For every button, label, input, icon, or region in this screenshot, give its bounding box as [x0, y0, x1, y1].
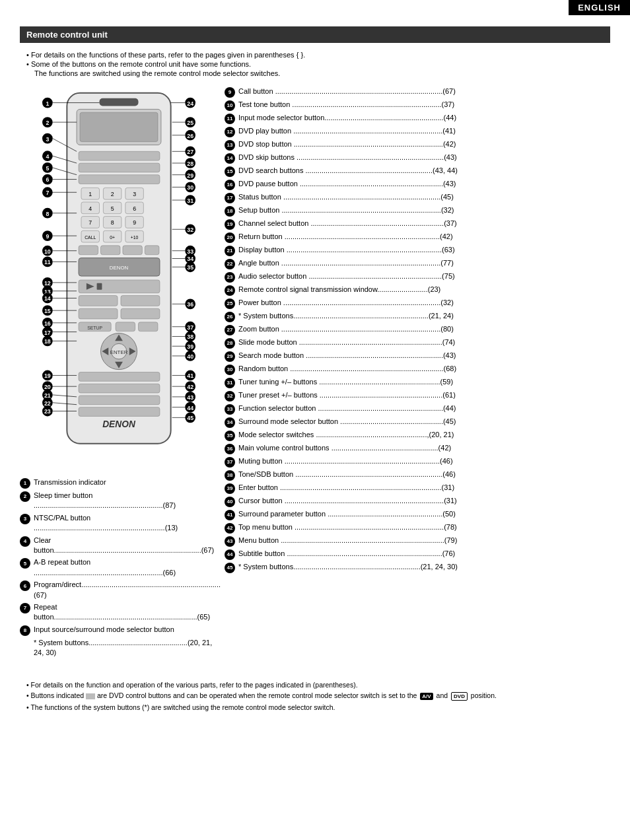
button-label: DVD stop button ........................…: [238, 139, 610, 149]
button-label: Audio selector button ..................…: [238, 271, 610, 281]
svg-text:9: 9: [133, 219, 136, 226]
button-number: 32: [225, 391, 235, 402]
language-tab: ENGLISH: [569, 0, 630, 15]
left-column: 1 24 1: [20, 87, 218, 661]
svg-text:31: 31: [187, 197, 193, 204]
button-label: Random button ..........................…: [238, 364, 610, 374]
button-number: 6: [20, 580, 30, 591]
button-label: Test tone button .......................…: [238, 100, 610, 110]
list-item: 32 Tuner preset +/– buttons ............…: [225, 390, 610, 402]
list-item: 9 Call button ..........................…: [225, 87, 610, 98]
list-item: 7 Repeat button.........................…: [20, 602, 218, 623]
svg-text:0+: 0+: [110, 235, 115, 240]
button-number: 35: [225, 431, 235, 441]
svg-rect-38: [100, 246, 120, 255]
right-button-list: 9 Call button ..........................…: [225, 87, 610, 573]
svg-rect-64: [79, 407, 160, 417]
button-number: 15: [225, 166, 235, 177]
button-label: Main volume control buttons ............…: [238, 443, 610, 453]
button-number: 29: [225, 351, 235, 362]
intro-line-2: Some of the buttons on the remote contro…: [26, 60, 610, 68]
button-label: Enter button ...........................…: [238, 483, 610, 493]
svg-text:7: 7: [88, 219, 92, 226]
button-label: Function selector button ...............…: [238, 403, 610, 413]
button-label: Surround parameter button ..............…: [238, 509, 610, 519]
button-number: 9: [225, 87, 235, 98]
svg-rect-11: [79, 163, 160, 172]
button-label: DVD play button ........................…: [238, 126, 610, 136]
button-label: Zoom button ............................…: [238, 324, 610, 334]
button-label: Status button ..........................…: [238, 192, 610, 202]
button-number: 23: [225, 272, 235, 283]
svg-text:44: 44: [187, 405, 193, 411]
svg-text:19: 19: [44, 372, 51, 379]
svg-text:28: 28: [187, 160, 193, 167]
svg-text:34: 34: [187, 256, 193, 262]
button-label: Remote control signal transmission windo…: [238, 285, 610, 295]
svg-rect-9: [80, 112, 158, 141]
svg-text:8: 8: [46, 211, 49, 217]
svg-text:20: 20: [44, 384, 51, 390]
button-number: 31: [225, 378, 235, 388]
button-label: * System buttons........................…: [238, 311, 610, 321]
button-label: Transmission indicator: [34, 477, 218, 487]
svg-text:8: 8: [111, 219, 114, 226]
svg-text:15: 15: [44, 308, 51, 314]
list-item: 40 Cursor button .......................…: [225, 496, 610, 507]
button-label: Display button .........................…: [238, 245, 610, 255]
svg-text:10: 10: [44, 248, 51, 255]
button-number: 41: [225, 510, 235, 520]
button-number: 38: [225, 470, 235, 481]
button-number: 11: [225, 114, 235, 124]
svg-text:45: 45: [187, 415, 193, 421]
button-number: 36: [225, 444, 235, 454]
svg-text:4: 4: [46, 153, 49, 160]
svg-text:16: 16: [44, 320, 51, 327]
svg-text:2: 2: [111, 191, 114, 197]
intro-section: For details on the functions of these pa…: [20, 51, 610, 77]
button-label: Power button ...........................…: [238, 298, 610, 308]
button-number: 34: [225, 417, 235, 428]
button-number: 3: [20, 514, 30, 524]
svg-text:2: 2: [46, 120, 49, 126]
button-label: Setup button ...........................…: [238, 205, 610, 215]
svg-text:5: 5: [111, 205, 114, 212]
button-label: Subtitle button ........................…: [238, 549, 610, 559]
button-number: 14: [225, 153, 235, 164]
button-label: Muting button ..........................…: [238, 456, 610, 466]
list-item: 2 Sleep timer button ...................…: [20, 491, 218, 511]
list-item: 1 Transmission indicator: [20, 477, 218, 489]
list-item: 10 Test tone button ....................…: [225, 100, 610, 111]
button-number: 26: [225, 312, 235, 322]
svg-text:27: 27: [187, 149, 193, 155]
button-label: Mode selector switches .................…: [238, 430, 610, 440]
list-item: 21 Display button ......................…: [225, 245, 610, 256]
list-item: 35 Mode selector switches ..............…: [225, 430, 610, 441]
button-number: 12: [225, 127, 235, 137]
footer-line-3: The functions of the system buttons (*) …: [26, 703, 610, 711]
list-item: 26 * System buttons.....................…: [225, 311, 610, 322]
page-content: Remote control unit For details on the f…: [0, 0, 630, 727]
svg-text:37: 37: [187, 324, 193, 331]
list-item: 28 Slide mode button ...................…: [225, 337, 610, 349]
intro-line-1: For details on the functions of these pa…: [26, 51, 610, 59]
button-label: A-B repeat button ......................…: [34, 557, 218, 578]
svg-text:6: 6: [133, 205, 136, 212]
svg-rect-49: [121, 308, 160, 319]
svg-rect-47: [121, 296, 160, 306]
button-label: Input mode selector button..............…: [238, 113, 610, 123]
list-item: 41 Surround parameter button ...........…: [225, 509, 610, 520]
svg-rect-61: [79, 372, 160, 382]
list-item: 13 DVD stop button .....................…: [225, 139, 610, 151]
list-item: 24 Remote control signal transmission wi…: [225, 285, 610, 296]
dvd-badge: DVD: [451, 692, 468, 701]
remote-control-image: 1 24 1: [33, 87, 205, 471]
svg-text:ENTER: ENTER: [110, 349, 128, 355]
svg-text:5: 5: [46, 165, 49, 172]
button-label: Channel select button ..................…: [238, 219, 610, 228]
svg-text:22: 22: [44, 400, 51, 407]
svg-text:26: 26: [187, 133, 193, 139]
button-label: DVD search buttons .....................…: [238, 166, 610, 176]
button-label: * System buttons........................…: [238, 562, 610, 572]
svg-text:36: 36: [187, 301, 193, 308]
